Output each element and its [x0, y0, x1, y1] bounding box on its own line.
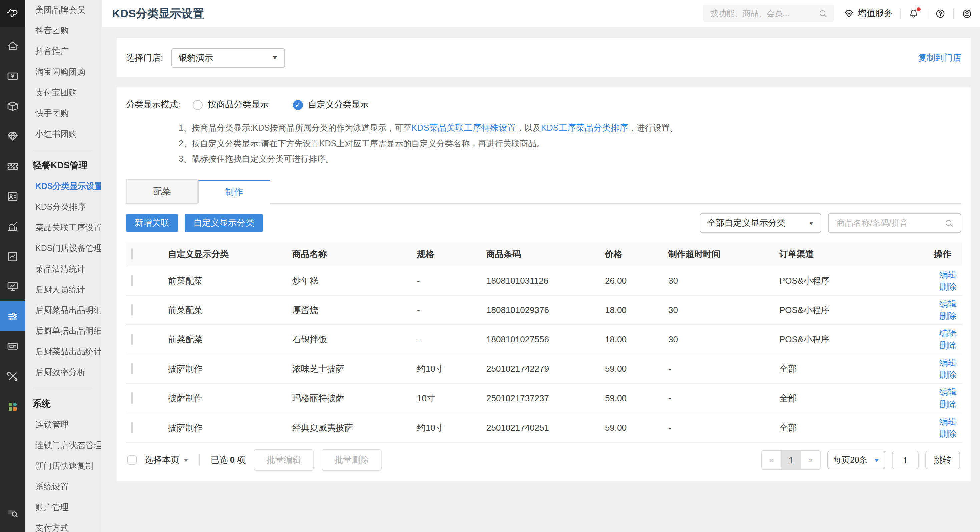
global-search[interactable]: [703, 5, 834, 22]
pagination-prev-button[interactable]: «: [762, 451, 781, 469]
selected-count-value: 0: [230, 455, 235, 465]
sidebar-item[interactable]: 支付方式: [25, 518, 101, 532]
pagination-next-button[interactable]: »: [800, 451, 820, 469]
sidebar-item[interactable]: 美团品牌会员: [25, 0, 101, 21]
settings-card: 分类显示模式: 按商品分类显示 ✓ 自定义分类显示 1、按商品分类显示:KDS按…: [117, 87, 970, 481]
cell-barcode: 1808101029376: [481, 295, 600, 325]
delete-link[interactable]: 删除: [939, 428, 957, 438]
mode-option-custom-category[interactable]: ✓ 自定义分类显示: [293, 99, 369, 111]
sidebar-item[interactable]: 账户管理: [25, 497, 101, 518]
sidebar-item[interactable]: 新门店快速复制: [25, 456, 101, 476]
batch-delete-button[interactable]: 批量删除: [321, 449, 382, 471]
page-jump-input[interactable]: [892, 451, 919, 469]
edit-link[interactable]: 编辑: [939, 357, 957, 368]
chart-icon[interactable]: [0, 211, 25, 241]
row-checkbox[interactable]: [131, 422, 133, 433]
report-icon[interactable]: [0, 241, 25, 271]
cell-category: 前菜配菜: [163, 295, 287, 325]
row-checkbox[interactable]: [131, 363, 133, 374]
store-select[interactable]: 银豹演示 ▼: [171, 48, 285, 68]
edit-link[interactable]: 编辑: [939, 416, 957, 426]
sidebar-item[interactable]: 菜品沽清统计: [25, 259, 101, 280]
sidebar-item[interactable]: 支付宝团购: [25, 83, 101, 104]
monitor-icon[interactable]: [0, 271, 25, 301]
coupon-icon[interactable]: [0, 151, 25, 181]
sidebar-item[interactable]: 后厨效率分析: [25, 362, 101, 383]
sidebar-item[interactable]: KDS分类显示设置: [25, 176, 101, 197]
mode-note-1: 1、按商品分类显示:KDS按商品所属分类的作为泳道显示，可至KDS菜品关联工序特…: [179, 120, 961, 136]
product-search-input[interactable]: [835, 218, 944, 228]
package-icon[interactable]: [0, 91, 25, 121]
row-checkbox[interactable]: [131, 304, 133, 316]
footer-select-checkbox[interactable]: [127, 455, 137, 465]
edit-link[interactable]: 编辑: [939, 328, 957, 338]
delete-link[interactable]: 删除: [939, 370, 957, 379]
account-button[interactable]: [961, 8, 973, 19]
sliders-icon[interactable]: [0, 301, 25, 331]
top-bar: KDS分类显示设置 增值服务: [102, 0, 980, 27]
apps-icon[interactable]: [0, 391, 25, 421]
note-link-special-settings[interactable]: KDS菜品关联工序特殊设置: [411, 123, 516, 133]
add-association-button[interactable]: 新增关联: [126, 213, 178, 232]
global-search-input[interactable]: [709, 8, 818, 19]
sidebar-item[interactable]: KDS门店设备管理: [25, 238, 101, 259]
tab-zhizuo[interactable]: 制作: [198, 180, 270, 204]
page-jump-button[interactable]: 跳转: [925, 451, 960, 469]
delete-link[interactable]: 删除: [939, 399, 957, 409]
edit-link[interactable]: 编辑: [939, 387, 957, 397]
sidebar-item[interactable]: 淘宝闪购团购: [25, 62, 101, 83]
gem-icon[interactable]: [0, 121, 25, 151]
notifications-button[interactable]: [908, 8, 919, 19]
pagination-page-1[interactable]: 1: [781, 451, 800, 469]
icon-rail: [0, 0, 25, 532]
sidebar-item[interactable]: 连锁管理: [25, 414, 101, 435]
sidebar-item[interactable]: 小红书团购: [25, 124, 101, 145]
sidebar-item[interactable]: 后厨菜品出品统计: [25, 342, 101, 362]
mode-option-by-product-category[interactable]: 按商品分类显示: [192, 99, 269, 111]
delete-link[interactable]: 删除: [939, 311, 957, 321]
sidebar-item[interactable]: 抖音团购: [25, 21, 101, 41]
cell-spec: 约10寸: [412, 413, 481, 442]
edit-link[interactable]: 编辑: [939, 299, 957, 309]
edit-link[interactable]: 编辑: [939, 269, 957, 279]
select-page-label: 选择本页: [145, 454, 180, 466]
sidebar-item[interactable]: 抖音推广: [25, 41, 101, 62]
home-icon[interactable]: [0, 31, 25, 61]
cell-timeout: -: [663, 354, 774, 384]
batch-edit-button[interactable]: 批量编辑: [253, 449, 313, 471]
custom-display-category-button[interactable]: 自定义显示分类: [185, 213, 263, 232]
copy-to-store-link[interactable]: 复制到门店: [918, 52, 961, 64]
sidebar-item[interactable]: KDS分类排序: [25, 197, 101, 218]
terminal-icon[interactable]: [0, 331, 25, 361]
row-checkbox[interactable]: [131, 392, 133, 404]
help-button[interactable]: [935, 8, 946, 19]
sidebar-item[interactable]: 后厨人员统计: [25, 280, 101, 300]
tab-peicai[interactable]: 配菜: [126, 179, 198, 203]
menu-search-icon[interactable]: [6, 498, 19, 528]
badge-icon[interactable]: [0, 181, 25, 211]
table-body: 前菜配菜炒年糕-180810103112626.0030POS&小程序编辑删除前…: [126, 266, 962, 442]
value-added-services[interactable]: 增值服务: [843, 7, 892, 19]
sidebar-item[interactable]: 快手团购: [25, 104, 101, 124]
row-checkbox[interactable]: [131, 334, 133, 345]
category-filter-select[interactable]: 全部自定义显示分类 ▼: [700, 213, 821, 233]
sidebar-item[interactable]: 后厨菜品出品明细: [25, 300, 101, 321]
select-all-checkbox[interactable]: [131, 248, 133, 260]
cash-icon[interactable]: [0, 61, 25, 91]
store-selector-card: 选择门店: 银豹演示 ▼ 复制到门店: [117, 38, 970, 77]
delete-link[interactable]: 删除: [939, 340, 957, 350]
delete-link[interactable]: 删除: [939, 281, 957, 291]
product-search[interactable]: [828, 213, 961, 233]
row-checkbox[interactable]: [131, 275, 133, 286]
tools-icon[interactable]: [0, 361, 25, 391]
mode-option-label: 按商品分类显示: [208, 99, 269, 111]
content-area: 选择门店: 银豹演示 ▼ 复制到门店 分类显示模式: 按商品分类显示: [102, 27, 980, 532]
sidebar-item[interactable]: 菜品关联工序设置: [25, 218, 101, 238]
note-link-category-sort[interactable]: KDS工序菜品分类排序: [541, 123, 628, 133]
sidebar-item[interactable]: 系统设置: [25, 476, 101, 497]
sidebar-item[interactable]: 后厨单据出品明细: [25, 321, 101, 342]
select-page-dropdown[interactable]: 选择本页 ▼: [145, 454, 189, 466]
page-size-select[interactable]: 每页20条 ▼: [827, 451, 885, 469]
sidebar-item[interactable]: 连锁门店状态管理: [25, 435, 101, 456]
table-header-row: 自定义显示分类 商品名称 规格 商品条码 价格 制作超时时间 订单渠道 操作: [126, 242, 962, 266]
